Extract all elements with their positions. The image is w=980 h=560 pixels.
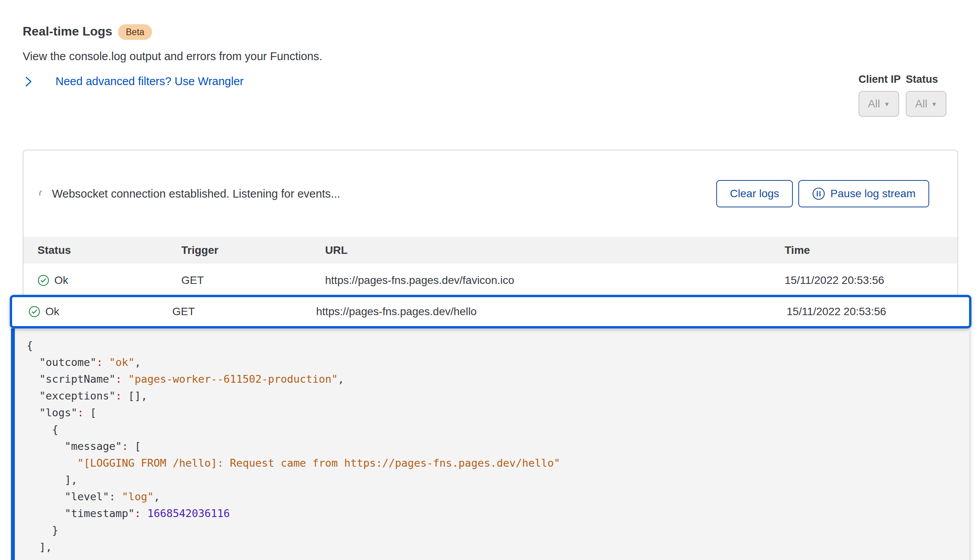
expanded-log-entry: Ok GET https://pages-fns.pages.dev/hello…: [10, 295, 971, 560]
stream-actions: Clear logs Pause log stream: [716, 180, 929, 207]
log-row-favicon[interactable]: Ok GET https://pages-fns.pages.dev/favic…: [23, 264, 957, 298]
log-row-trigger: GET: [172, 305, 316, 318]
pause-log-stream-label: Pause log stream: [830, 187, 916, 200]
log-row-hello-selected[interactable]: Ok GET https://pages-fns.pages.dev/hello…: [10, 295, 971, 328]
wrangler-link[interactable]: Need advanced filters? Use Wrangler: [23, 75, 243, 88]
page-subtitle: View the console.log output and errors f…: [23, 50, 322, 63]
log-row-status: Ok: [45, 305, 59, 318]
column-header-trigger: Trigger: [181, 244, 325, 257]
caret-down-icon: ▼: [931, 101, 937, 107]
pause-icon: [812, 187, 825, 200]
log-detail-panel: { "outcome": "ok", "scriptName": "pages-…: [11, 328, 969, 560]
log-row-url: https://pages-fns.pages.dev/favicon.ico: [325, 274, 785, 287]
log-table-header: Status Trigger URL Time: [23, 237, 957, 264]
websocket-status: Websocket connection established. Listen…: [39, 187, 340, 200]
column-header-status: Status: [38, 244, 181, 257]
client-ip-filter-value: All: [868, 98, 880, 110]
clear-logs-button[interactable]: Clear logs: [716, 180, 793, 207]
status-filter-value: All: [915, 98, 927, 110]
column-header-time: Time: [785, 244, 957, 257]
client-ip-filter-label: Client IP: [858, 73, 901, 86]
stream-panel-header: Websocket connection established. Listen…: [23, 150, 957, 237]
beta-badge: Beta: [118, 24, 152, 40]
log-row-time: 15/11/2022 20:53:56: [785, 274, 957, 287]
page-title: Real-time Logs: [23, 24, 112, 39]
websocket-status-text: Websocket connection established. Listen…: [52, 187, 340, 200]
clear-logs-label: Clear logs: [730, 187, 779, 200]
chevron-right-icon: [23, 76, 34, 87]
column-header-url: URL: [325, 244, 785, 257]
log-row-url: https://pages-fns.pages.dev/hello: [316, 305, 787, 318]
check-circle-icon: [38, 275, 49, 286]
spinner-icon: [38, 189, 48, 199]
log-row-trigger: GET: [181, 274, 325, 287]
status-filter-dropdown[interactable]: All ▼: [906, 91, 946, 117]
pause-log-stream-button[interactable]: Pause log stream: [798, 180, 929, 207]
json-code: { "outcome": "ok", "scriptName": "pages-…: [27, 337, 969, 555]
log-row-time: 15/11/2022 20:53:56: [787, 305, 969, 318]
log-row-status: Ok: [54, 274, 68, 287]
caret-down-icon: ▼: [884, 101, 890, 107]
client-ip-filter-dropdown[interactable]: All ▼: [858, 91, 899, 117]
status-filter-label: Status: [906, 73, 938, 86]
wrangler-link-label: Need advanced filters? Use Wrangler: [55, 75, 243, 88]
check-circle-icon: [29, 306, 40, 317]
